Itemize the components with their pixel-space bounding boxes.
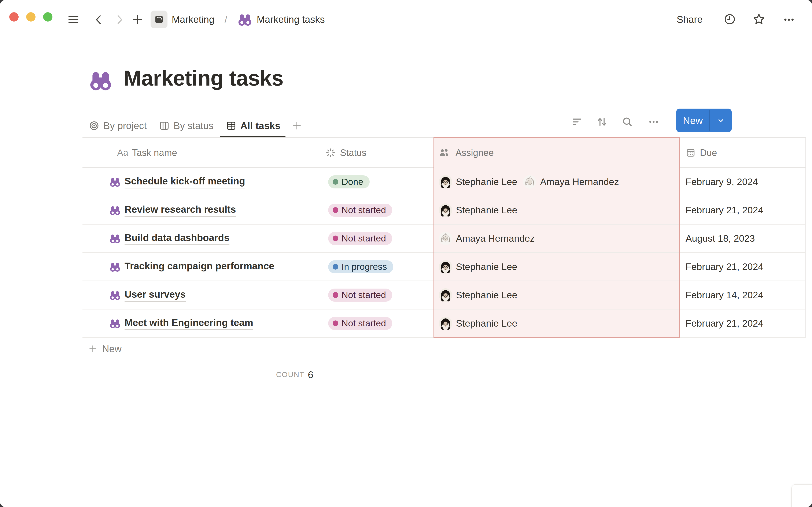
board-page-icon [154,14,164,25]
favorite-button[interactable] [752,12,766,26]
nav-forward-button[interactable] [113,13,126,26]
view-more-button[interactable] [648,116,660,128]
assignee-cell[interactable]: Amaya Hernandez [434,225,679,252]
status-badge[interactable]: Not started [328,317,392,330]
assignee-cell[interactable]: Stephanie Lee [434,253,679,281]
person-chip[interactable]: Amaya Hernandez [439,231,535,245]
ellipsis-icon [648,116,660,128]
task-link[interactable]: Review research results [124,204,236,217]
avatar-stephanie-lee [439,175,453,189]
traffic-minimize-button[interactable] [26,12,36,21]
task-link[interactable]: Schedule kick-off meeting [124,175,245,188]
task-link[interactable]: User surveys [124,289,186,302]
new-page-button[interactable] [131,13,144,26]
due-cell[interactable]: February 21, 2024 [679,253,806,281]
avatar-amaya-hernandez [439,231,453,245]
status-cell[interactable]: Not started [320,225,434,252]
text-property-icon: Aa [117,148,129,158]
avatar-stephanie-lee [439,203,453,217]
status-dot-icon [333,235,338,241]
clock-icon [723,13,736,26]
new-record-dropdown-button[interactable] [710,109,732,132]
person-chip[interactable]: Stephanie Lee [439,203,517,217]
filter-button[interactable] [571,116,583,128]
task-cell[interactable]: Schedule kick-off meeting [83,168,320,195]
page-title[interactable]: Marketing tasks [123,66,283,91]
search-button[interactable] [621,116,633,128]
due-cell[interactable]: February 21, 2024 [679,309,806,337]
task-cell[interactable]: User surveys [83,281,320,309]
breadcrumb-separator: / [224,11,227,28]
page-more-button[interactable] [782,13,796,26]
column-label: Due [700,148,717,158]
column-header-status[interactable]: Status [320,137,434,168]
new-record-button[interactable]: New [676,109,709,132]
status-cell[interactable]: Not started [320,196,434,224]
new-record-button-group: New [676,109,732,132]
table-row: Build data dashboards Not started Amaya … [83,225,806,253]
status-badge[interactable]: Not started [328,232,392,245]
task-cell[interactable]: Review research results [83,196,320,224]
ellipsis-icon [782,13,796,26]
status-dot-icon [333,179,338,185]
breadcrumb-parent[interactable]: Marketing [172,11,214,28]
person-chip[interactable]: Stephanie Lee [439,288,517,302]
sidebar-menu-button[interactable] [67,13,80,26]
person-chip[interactable]: Stephanie Lee [439,260,517,274]
breadcrumb-current[interactable]: Marketing tasks [257,11,325,28]
status-dot-icon [333,264,338,270]
sort-button[interactable] [596,116,608,128]
traffic-close-button[interactable] [9,12,18,21]
tasks-table: Aa Task name Status Assignee Due Schedul… [83,137,806,338]
status-badge[interactable]: In progress [328,260,393,273]
status-badge[interactable]: Not started [328,204,392,217]
avatar-stephanie-lee [439,317,453,330]
assignee-cell[interactable]: Stephanie Lee [434,309,679,337]
due-cell[interactable]: February 21, 2024 [679,196,806,224]
assignee-cell[interactable]: Stephanie Lee [434,281,679,309]
status-cell[interactable]: Not started [320,281,434,309]
person-chip[interactable]: Stephanie Lee [439,317,517,330]
tab-all-tasks[interactable]: All tasks [219,114,286,137]
add-view-button[interactable] [291,120,303,131]
page-binoculars-icon[interactable] [88,68,113,93]
plus-icon [88,343,98,354]
column-label: Task name [132,148,177,158]
star-icon [752,12,766,26]
tab-by-status[interactable]: By status [153,114,219,137]
task-link[interactable]: Meet with Engineering team [124,317,253,330]
column-label: Status [340,148,366,158]
assignee-cell[interactable]: Stephanie Lee Amaya Hernandez [434,168,679,195]
task-link[interactable]: Tracking campaign performance [124,260,274,273]
people-icon [438,147,450,159]
column-header-assignee[interactable]: Assignee [434,137,679,168]
board-columns-icon [159,120,170,131]
due-cell[interactable]: February 9, 2024 [679,168,806,195]
traffic-zoom-button[interactable] [43,12,52,21]
status-badge[interactable]: Done [328,175,370,188]
column-header-task-name[interactable]: Aa Task name [83,137,320,168]
task-link[interactable]: Build data dashboards [124,232,230,245]
binoculars-icon [109,318,121,329]
task-cell[interactable]: Build data dashboards [83,225,320,252]
due-cell[interactable]: August 18, 2023 [679,225,806,252]
person-chip[interactable]: Stephanie Lee [439,175,517,189]
tab-by-project[interactable]: By project [83,114,153,137]
due-cell[interactable]: February 14, 2024 [679,281,806,309]
task-cell[interactable]: Tracking campaign performance [83,253,320,281]
person-chip[interactable]: Amaya Hernandez [523,175,619,189]
status-cell[interactable]: Done [320,168,434,195]
task-cell[interactable]: Meet with Engineering team [83,309,320,337]
share-button[interactable]: Share [677,11,703,28]
table-row: Review research results Not started Step… [83,196,806,225]
status-cell[interactable]: Not started [320,309,434,337]
status-badge[interactable]: Not started [328,289,392,302]
count-aggregate[interactable]: COUNT 6 [83,365,320,384]
updates-button[interactable] [723,13,736,26]
status-cell[interactable]: In progress [320,253,434,281]
assignee-cell[interactable]: Stephanie Lee [434,196,679,224]
table-row: Schedule kick-off meeting Done Stephanie… [83,168,806,196]
nav-back-button[interactable] [92,13,105,26]
new-row-button[interactable]: New [83,338,806,360]
column-header-due[interactable]: Due [679,137,806,168]
